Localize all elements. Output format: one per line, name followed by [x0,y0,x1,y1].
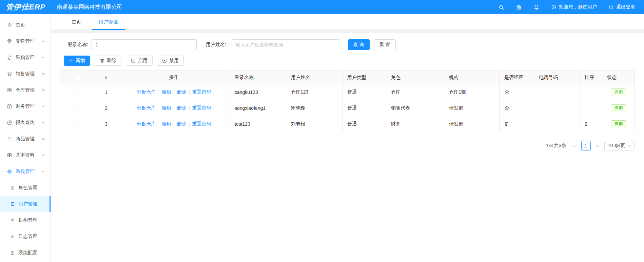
sidebar-item-log-management[interactable]: 日志管理 [0,228,51,245]
sidebar-item-role-management[interactable]: 角色管理 [0,180,51,196]
chevron-down-icon [42,88,45,92]
company-name: 南通某某网络科技有限公司 [57,4,122,11]
login-name-input[interactable] [92,39,197,50]
select-all-checkbox[interactable] [75,75,80,80]
pagination: 1-3 共3条 < 1 > 10 条/页 [60,141,635,150]
chevron-down-icon [42,40,45,43]
sidebar-item-purchase[interactable]: 采购管理 [0,49,51,66]
content-panel: 登录名称: 用户姓名: 查 询 重 置 新增 删除 启用 [51,33,644,262]
tab-user-management[interactable]: 用户管理 [92,14,125,29]
sidebar-label: 基本资料 [16,152,35,158]
table-header-row: # 操作 登录名称 用户姓名 用户类型 角色 机构 是否经理 电话号码 排序 状… [60,71,635,84]
divider [189,90,190,95]
sidebar-item-warehouse[interactable]: 仓库管理 [0,82,51,98]
row-index: 3 [94,116,118,132]
enable-button[interactable]: 启用 [126,56,153,66]
chevron-down-icon [42,105,45,108]
tab-home[interactable]: 首页 [64,14,88,29]
edit-link[interactable]: 编辑 [162,121,171,127]
sidebar-label: 系统配置 [18,250,37,256]
edit-link[interactable]: 编辑 [162,105,171,111]
search-icon[interactable] [499,4,504,10]
sidebar-label: 用户管理 [18,201,37,207]
assign-warehouse-link[interactable]: 分配仓库 [137,89,156,95]
search-form: 登录名称: 用户姓名: 查 询 重 置 [68,39,635,50]
logout-button[interactable]: 退出登录 [608,4,635,10]
sidebar-item-products[interactable]: 商品管理 [0,131,51,147]
delete-link[interactable]: 删除 [177,89,187,95]
disable-button[interactable]: 禁用 [157,56,184,66]
delete-label: 删除 [107,58,116,64]
sidebar-item-basic-data[interactable]: 基本资料 [0,147,51,163]
sidebar-item-system-config[interactable]: 系统配置 [0,245,51,261]
divider [159,90,159,95]
login-cell: songxiaofeng1 [230,100,286,116]
reset-password-link[interactable]: 重置密码 [192,89,211,95]
sidebar-item-user-management[interactable]: 用户管理 [0,196,51,212]
toolbar: 新增 删除 启用 禁用 [64,56,635,66]
row-actions: 分配仓库 编辑 删除 重置密码 [120,121,228,127]
reset-button[interactable]: 重 置 [374,39,396,50]
sidebar-label: 机构管理 [18,217,37,223]
welcome-text: 欢迎您，测试用户 [559,4,597,10]
sidebar-item-sales[interactable]: 销售管理 [0,66,51,82]
reset-password-link[interactable]: 重置密码 [192,105,211,111]
login-cell: cangku123 [230,84,286,100]
assign-warehouse-link[interactable]: 分配仓库 [137,121,156,127]
sidebar-item-home[interactable]: 首页 [0,17,51,33]
user-menu[interactable]: 欢迎您，测试用户 [551,4,597,10]
row-checkbox[interactable] [75,122,80,127]
plus-icon [69,59,73,63]
enable-label: 启用 [138,58,148,64]
delete-button[interactable]: 删除 [95,56,121,66]
delete-link[interactable]: 删除 [177,121,187,127]
pie-chart-icon [7,120,12,125]
edit-link[interactable]: 编辑 [162,89,171,95]
bank-icon[interactable] [516,4,522,10]
sidebar-item-org-management[interactable]: 机构管理 [0,212,51,228]
delete-link[interactable]: 删除 [177,105,187,111]
sidebar-item-reports[interactable]: 报表查询 [0,115,51,131]
next-page-button[interactable]: > [594,143,601,149]
col-status: 状态 [602,71,635,84]
chevron-down-icon [42,154,45,157]
sidebar-label: 日志管理 [18,234,37,240]
prev-page-button[interactable]: < [571,143,578,149]
sidebar-label: 首页 [16,22,25,28]
list-icon [10,202,15,206]
bell-icon[interactable] [533,4,540,10]
gear-icon [7,169,12,174]
row-checkbox[interactable] [75,106,80,111]
page-number-button[interactable]: 1 [581,141,591,150]
col-index: # [94,71,118,84]
sort-cell: 2 [580,116,602,132]
phone-cell [534,100,580,116]
phone-cell [534,116,580,132]
sidebar-item-retail[interactable]: 零售管理 [0,33,51,49]
page-size-select[interactable]: 10 条/页 [604,141,635,150]
reset-password-link[interactable]: 重置密码 [192,121,211,127]
header-actions: 欢迎您，测试用户 退出登录 [499,4,644,10]
type-cell: 普通 [343,116,386,132]
sidebar-item-system[interactable]: 系统管理 [0,163,51,180]
sidebar-item-finance[interactable]: 财务管理 [0,98,51,115]
col-manager: 是否经理 [500,71,534,84]
sidebar-label: 商品管理 [16,136,35,142]
bag-icon [7,136,12,142]
sidebar: 首页 零售管理 采购管理 销售管理 仓库管理 财务管理 [0,14,51,262]
col-name: 用户姓名 [286,71,343,84]
query-button[interactable]: 查 询 [348,39,370,50]
sidebar-label: 仓库管理 [16,87,35,93]
col-role: 角色 [386,71,444,84]
add-button[interactable]: 新增 [64,56,90,66]
user-name-input[interactable] [232,39,340,50]
grid-icon [7,153,12,158]
chevron-down-icon [42,56,45,59]
org-cell: 研发部 [444,100,500,116]
check-square-icon [131,58,136,63]
finance-icon [7,104,12,109]
row-checkbox[interactable] [75,90,80,95]
logout-label: 退出登录 [616,4,635,10]
close-square-icon [162,58,167,63]
assign-warehouse-link[interactable]: 分配仓库 [137,105,156,111]
